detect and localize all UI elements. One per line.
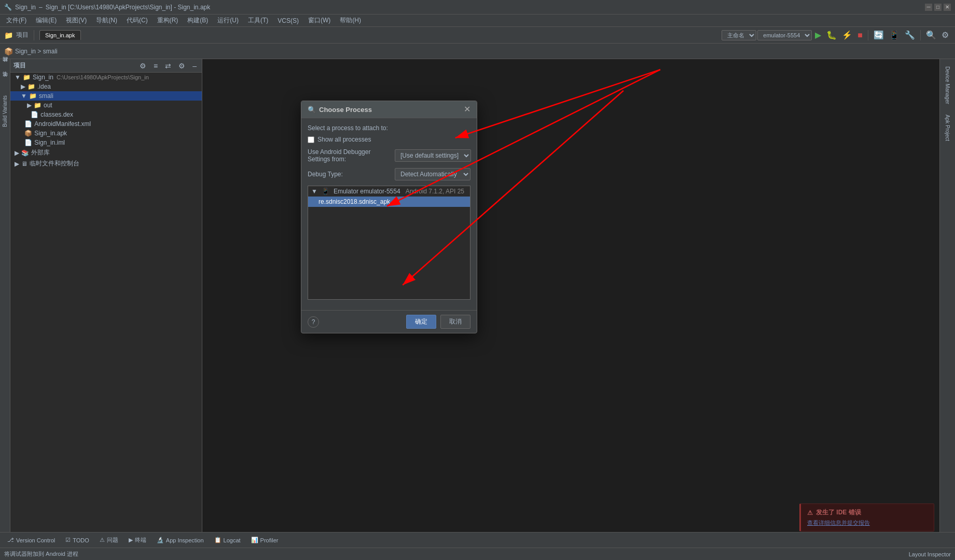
project-icon: 📁 <box>4 31 13 39</box>
problems-label: 问题 <box>107 536 118 544</box>
iml-file-icon: 📄 <box>24 139 32 146</box>
menu-view[interactable]: 视图(V) <box>62 15 91 26</box>
menu-refactor[interactable]: 重构(R) <box>153 15 183 26</box>
tree-label-idea: .idea <box>37 83 51 90</box>
menu-file[interactable]: 文件(F) <box>2 15 31 26</box>
app-inspection-icon: 🔬 <box>157 537 164 543</box>
process-group-label: Emulator emulator-5554 <box>334 188 400 195</box>
tab-logcat[interactable]: 📋 Logcat <box>211 536 244 544</box>
debugger-settings-select[interactable]: [Use default settings] <box>395 149 471 162</box>
settings-button[interactable]: ⚙ <box>939 29 951 41</box>
tree-node-idea[interactable]: ▶ 📁 .idea <box>10 82 202 91</box>
problems-icon: ⚠ <box>100 537 105 543</box>
attach-debug-button[interactable]: ⚡ <box>840 29 854 41</box>
tree-node-apk[interactable]: 📦 Sign_in.apk <box>10 129 202 138</box>
sdk-button[interactable]: 🔧 <box>903 29 917 41</box>
tree-path-sign-in: C:\Users\14980\ApkProjects\Sign_in <box>57 74 149 80</box>
tab-profiler[interactable]: 📊 Profiler <box>248 536 282 544</box>
choose-process-dialog: 🔍 Choose Process ✕ Select a process to a… <box>301 101 477 333</box>
dialog-confirm-button[interactable]: 确定 <box>406 315 436 329</box>
run-sep-2 <box>920 30 921 40</box>
close-button[interactable]: ✕ <box>944 4 951 11</box>
dialog-close-button[interactable]: ✕ <box>464 105 470 114</box>
menu-navigate[interactable]: 导航(N) <box>92 15 121 26</box>
tree-expand-apk <box>21 130 22 137</box>
dialog-cancel-button[interactable]: 取消 <box>440 315 470 329</box>
dialog-help-button[interactable]: ? <box>308 316 319 328</box>
device-selector[interactable]: emulator-5554 <box>757 30 812 40</box>
menu-build[interactable]: 构建(B) <box>183 15 212 26</box>
stop-button[interactable]: ■ <box>855 30 865 41</box>
left-sidebar: 构建 书签 Build Variants <box>0 59 10 532</box>
xml-file-icon: 📄 <box>24 120 32 128</box>
run-button[interactable]: ▶ <box>813 29 823 41</box>
tree-gear-btn[interactable]: ⚙ <box>176 61 187 71</box>
app-inspection-label: App Inspection <box>166 537 204 543</box>
tree-label-iml: Sign_in.iml <box>34 139 65 146</box>
menu-code[interactable]: 代码(C) <box>122 15 152 26</box>
project-folder-icon: 📁 <box>23 74 31 81</box>
tree-toolbar: 项目 ⚙ ≡ ⇄ ⚙ – <box>10 59 202 73</box>
tab-problems[interactable]: ⚠ 问题 <box>96 535 121 545</box>
tab-app-inspection[interactable]: 🔬 App Inspection <box>154 536 207 544</box>
folder-idea-icon: 📁 <box>27 83 35 90</box>
debug-button[interactable]: 🐛 <box>824 29 839 41</box>
tree-node-smali[interactable]: ▼ 📁 smali <box>10 91 202 101</box>
tree-label-external: 外部库 <box>31 148 50 157</box>
tree-node-iml[interactable]: 📄 Sign_in.iml <box>10 138 202 147</box>
menu-bar: 文件(F) 编辑(E) 视图(V) 导航(N) 代码(C) 重构(R) 构建(B… <box>0 15 955 27</box>
tree-node-sign-in[interactable]: ▼ 📁 Sign_in C:\Users\14980\ApkProjects\S… <box>10 73 202 82</box>
menu-edit[interactable]: 编辑(E) <box>32 15 61 26</box>
right-label-apk-project[interactable]: Apk Project <box>944 111 951 144</box>
tree-node-external[interactable]: ▶ 📚 外部库 <box>10 147 202 158</box>
tab-terminal[interactable]: ▶ 终端 <box>126 535 149 545</box>
dialog-overlay: 🔍 Choose Process ✕ Select a process to a… <box>202 59 939 532</box>
sidebar-build-variants[interactable]: 构建 <box>1 64 10 68</box>
main-layout: 构建 书签 Build Variants 项目 ⚙ ≡ ⇄ ⚙ – ▼ 📁 Si… <box>0 59 955 532</box>
debugger-settings-label: Use Android Debugger Settings from: <box>308 148 391 163</box>
tree-expand-classes <box>27 111 29 118</box>
right-label-device-manager[interactable]: Device Manager <box>944 63 951 107</box>
sync-button[interactable]: 🔄 <box>871 29 886 41</box>
tree-node-manifest[interactable]: 📄 AndroidManifest.xml <box>10 119 202 129</box>
sign-in-tab[interactable]: Sign_in.apk <box>39 30 81 40</box>
sidebar-bookmarks[interactable]: 书签 <box>1 79 10 83</box>
tree-expand-idea: ▶ <box>21 83 25 90</box>
tree-layout-btn[interactable]: ≡ <box>151 61 160 71</box>
status-layout-inspector[interactable]: Layout Inspector <box>909 551 951 557</box>
process-item-sdnisc[interactable]: re.sdnisc2018.sdnisc_apk <box>308 197 470 207</box>
show-all-processes-checkbox[interactable] <box>308 136 314 143</box>
minimize-button[interactable]: ─ <box>925 4 932 11</box>
menu-vcs[interactable]: VCS(S) <box>273 16 303 25</box>
profiler-label: Profiler <box>260 537 279 543</box>
right-sidebar: Device Manager Apk Project <box>939 59 955 532</box>
tree-node-classes-dex[interactable]: 📄 classes.dex <box>10 110 202 119</box>
tab-version-control[interactable]: ⎇ Version Control <box>4 536 58 544</box>
tree-expand-smali: ▼ <box>21 92 27 100</box>
menu-window[interactable]: 窗口(W) <box>304 15 335 26</box>
logcat-label: Logcat <box>224 537 241 543</box>
menu-run[interactable]: 运行(U) <box>213 15 243 26</box>
main-selector[interactable]: 主命名 <box>722 30 756 40</box>
sidebar-build-variants2[interactable]: Build Variants <box>1 93 9 129</box>
menu-help[interactable]: 帮助(H) <box>336 15 365 26</box>
maximize-button[interactable]: □ <box>934 4 942 11</box>
avd-button[interactable]: 📱 <box>887 29 902 41</box>
tree-label-manifest: AndroidManifest.xml <box>34 120 91 128</box>
tree-label-smali: smali <box>39 92 53 100</box>
menu-tools[interactable]: 工具(T) <box>244 15 272 26</box>
process-group-emulator[interactable]: ▼ 📱 Emulator emulator-5554 Android 7.1.2… <box>308 186 470 197</box>
search-everywhere-button[interactable]: 🔍 <box>924 29 938 41</box>
title-bar-left: 🔧 Sign_in – Sign_in [C:\Users\14980\ApkP… <box>4 4 210 11</box>
app-icon: 🔧 <box>4 4 12 11</box>
tree-node-temp[interactable]: ▶ 🖥 临时文件和控制台 <box>10 158 202 169</box>
debug-type-select[interactable]: Detect Automatically <box>395 168 470 180</box>
tree-node-out[interactable]: ▶ 📁 out <box>10 101 202 110</box>
tree-settings-btn[interactable]: ⚙ <box>137 61 148 71</box>
tree-close-btn[interactable]: – <box>190 61 199 71</box>
tree-collapse-btn[interactable]: ⇄ <box>163 61 173 71</box>
tree-label-classes: classes.dex <box>40 111 73 118</box>
tree-expand-iml <box>21 139 22 146</box>
emulator-icon: 📱 <box>322 188 329 195</box>
tab-todo[interactable]: ☑ TODO <box>62 536 92 544</box>
